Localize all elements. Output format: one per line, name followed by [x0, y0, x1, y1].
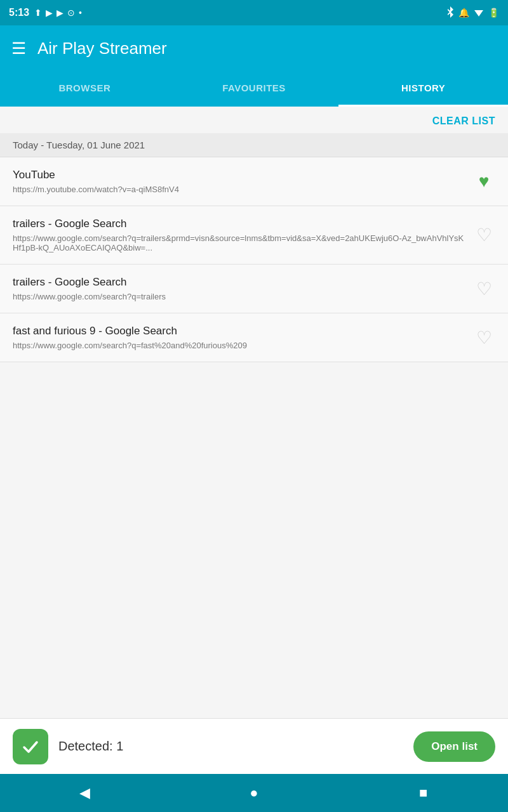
history-item-text: trailers - Google Search https://www.goo… [13, 276, 472, 301]
tab-history[interactable]: HISTORY [338, 71, 508, 107]
youtube-icon: ▶ [46, 8, 53, 18]
history-item: YouTube https://m.youtube.com/watch?v=a-… [0, 157, 508, 206]
history-item-text: fast and furious 9 - Google Search https… [13, 325, 472, 350]
clear-list-button[interactable]: CLEAR LIST [432, 115, 495, 127]
tabs: BROWSER FAVOURITES HISTORY [0, 71, 508, 107]
app-title: Air Play Streamer [37, 39, 167, 58]
battery-icon: 🔋 [488, 8, 499, 18]
history-item-title: fast and furious 9 - Google Search [13, 325, 465, 337]
app-bar: ☰ Air Play Streamer [0, 25, 508, 71]
cast-icon: ⊙ [67, 8, 75, 18]
detection-bar: Detected: 1 Open list [0, 718, 508, 774]
history-item-url: https://www.google.com/search?q=fast%20a… [13, 341, 465, 350]
history-item-text: trailers - Google Search https://www.goo… [13, 218, 472, 252]
back-button[interactable]: ◀ [65, 774, 104, 812]
bluetooth-icon [446, 6, 455, 20]
notification-icon: 🔔 [458, 8, 469, 18]
history-item-title: trailers - Google Search [13, 276, 465, 289]
upload-icon: ⬆ [34, 8, 42, 18]
history-item-url: https://www.google.com/search?q=trailers [13, 292, 465, 301]
dot-icon: • [79, 8, 82, 18]
status-bar: 5:13 ⬆ ▶ ▶ ⊙ • 🔔 🔋 [0, 0, 508, 25]
wifi-icon [473, 8, 485, 18]
recent-button[interactable]: ■ [404, 774, 443, 812]
history-item: trailers - Google Search https://www.goo… [0, 265, 508, 313]
clear-list-row: CLEAR LIST [0, 107, 508, 133]
history-item-text: YouTube https://m.youtube.com/watch?v=a-… [13, 169, 472, 194]
detected-text: Detected: 1 [58, 739, 403, 754]
status-bar-left: 5:13 ⬆ ▶ ▶ ⊙ • [9, 7, 82, 18]
history-item-title: trailers - Google Search [13, 218, 465, 230]
check-badge [13, 729, 48, 764]
history-item-url: https://www.google.com/search?q=trailers… [13, 233, 465, 252]
nav-bar: ◀ ● ■ [0, 774, 508, 812]
history-item: trailers - Google Search https://www.goo… [0, 206, 508, 265]
tab-browser[interactable]: BROWSER [0, 71, 170, 107]
status-bar-right: 🔔 🔋 [446, 6, 499, 20]
status-time: 5:13 [9, 7, 29, 18]
tab-favourites[interactable]: FAVOURITES [170, 71, 339, 107]
home-button[interactable]: ● [235, 774, 273, 812]
history-item-url: https://m.youtube.com/watch?v=a-qiMS8fnV… [13, 185, 465, 194]
open-list-button[interactable]: Open list [413, 731, 495, 762]
history-item-title: YouTube [13, 169, 465, 181]
status-icons: ⬆ ▶ ▶ ⊙ • [34, 8, 82, 18]
menu-icon[interactable]: ☰ [11, 39, 26, 58]
favourite-button[interactable]: ♡ [472, 224, 495, 247]
content-area: CLEAR LIST Today - Tuesday, 01 June 2021… [0, 107, 508, 718]
youtube-icon2: ▶ [57, 8, 64, 18]
date-header: Today - Tuesday, 01 June 2021 [0, 133, 508, 157]
history-item: fast and furious 9 - Google Search https… [0, 313, 508, 362]
favourite-button[interactable]: ♥ [472, 170, 495, 193]
favourite-button[interactable]: ♡ [472, 277, 495, 300]
favourite-button[interactable]: ♡ [472, 326, 495, 349]
